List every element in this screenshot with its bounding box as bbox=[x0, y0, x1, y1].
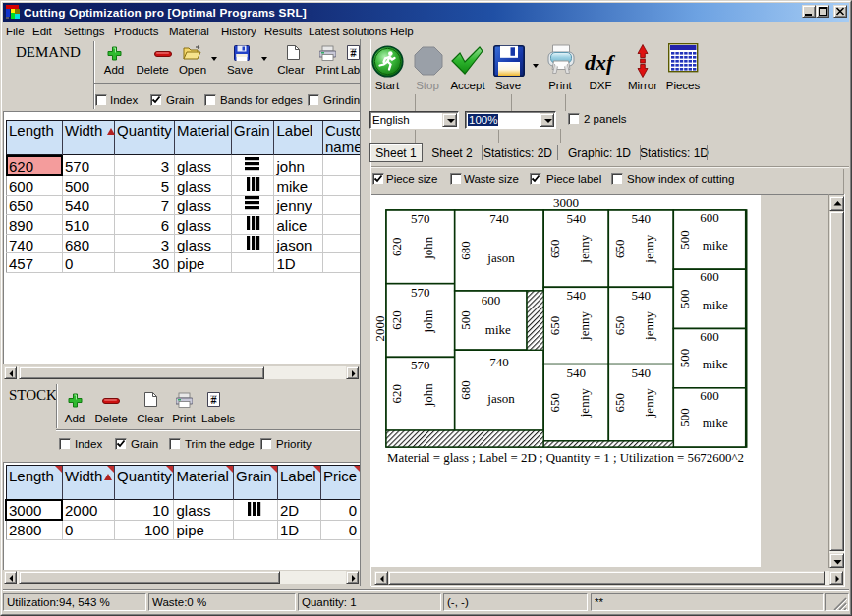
svg-text:600: 600 bbox=[700, 329, 719, 344]
svg-text:#: # bbox=[351, 48, 357, 59]
svg-text:mike: mike bbox=[703, 238, 728, 252]
svg-text:jason: jason bbox=[486, 391, 515, 406]
svg-text:650: 650 bbox=[612, 393, 627, 413]
svg-text:600: 600 bbox=[700, 210, 719, 225]
svg-text:620: 620 bbox=[389, 310, 404, 330]
svg-text:650: 650 bbox=[612, 239, 627, 258]
svg-text:jenny: jenny bbox=[642, 234, 656, 263]
svg-text:500: 500 bbox=[677, 349, 692, 368]
svg-text:540: 540 bbox=[566, 211, 586, 226]
svg-text:600: 600 bbox=[700, 388, 719, 403]
svg-text:600: 600 bbox=[482, 293, 501, 308]
svg-text:john: john bbox=[421, 236, 435, 260]
svg-text:mike: mike bbox=[485, 322, 511, 337]
svg-text:jenny: jenny bbox=[577, 234, 592, 263]
svg-text:jenny: jenny bbox=[642, 311, 656, 341]
svg-text:680: 680 bbox=[458, 380, 473, 400]
svg-text:jason: jason bbox=[486, 251, 515, 265]
svg-text:650: 650 bbox=[547, 316, 562, 336]
svg-text:jenny: jenny bbox=[577, 388, 592, 418]
svg-text:540: 540 bbox=[632, 288, 652, 303]
svg-text:#: # bbox=[211, 395, 217, 406]
svg-text:500: 500 bbox=[458, 310, 473, 330]
svg-text:540: 540 bbox=[566, 365, 586, 380]
svg-text:680: 680 bbox=[458, 241, 473, 260]
svg-text:500: 500 bbox=[677, 408, 692, 427]
svg-text:Material = glass ; Label = 2D: Material = glass ; Label = 2D ; Quantity… bbox=[387, 450, 744, 465]
svg-text:620: 620 bbox=[389, 384, 404, 404]
svg-text:500: 500 bbox=[677, 290, 692, 309]
svg-text:jenny: jenny bbox=[642, 388, 656, 418]
svg-text:john: john bbox=[421, 309, 435, 334]
svg-text:john: john bbox=[421, 383, 435, 408]
svg-text:650: 650 bbox=[547, 393, 562, 413]
svg-text:650: 650 bbox=[612, 316, 627, 336]
svg-text:740: 740 bbox=[489, 355, 509, 369]
svg-text:540: 540 bbox=[566, 288, 586, 303]
svg-text:570: 570 bbox=[411, 285, 430, 300]
svg-text:620: 620 bbox=[389, 238, 404, 256]
svg-text:2000: 2000 bbox=[372, 316, 387, 342]
svg-text:650: 650 bbox=[547, 239, 562, 258]
svg-text:570: 570 bbox=[411, 358, 430, 372]
svg-text:740: 740 bbox=[489, 211, 509, 226]
svg-text:mike: mike bbox=[703, 357, 728, 371]
svg-text:540: 540 bbox=[632, 365, 652, 380]
svg-text:570: 570 bbox=[411, 211, 430, 226]
svg-text:600: 600 bbox=[700, 269, 719, 284]
svg-text:mike: mike bbox=[703, 416, 728, 430]
svg-text:540: 540 bbox=[632, 211, 652, 226]
svg-text:3000: 3000 bbox=[553, 196, 579, 210]
svg-text:500: 500 bbox=[677, 230, 692, 250]
svg-text:mike: mike bbox=[703, 298, 728, 312]
svg-text:jenny: jenny bbox=[577, 311, 592, 341]
